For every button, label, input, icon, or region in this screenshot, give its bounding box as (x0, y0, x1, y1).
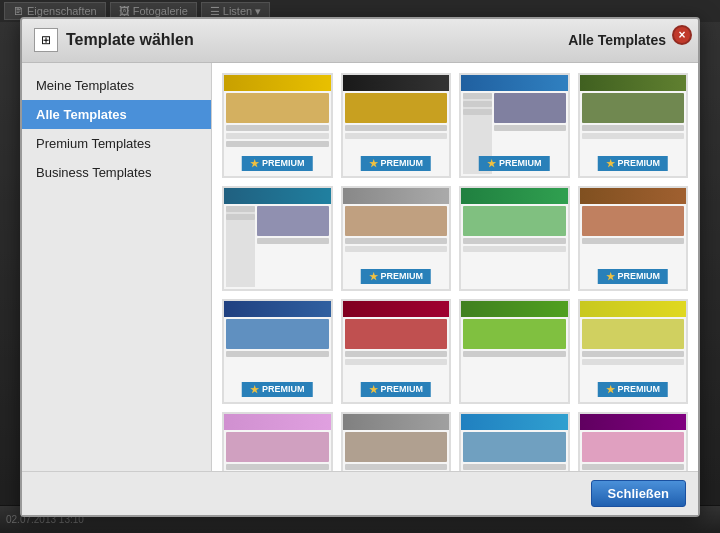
premium-badge-9: ★ PREMIUM (242, 382, 313, 397)
template-card-7[interactable] (459, 186, 570, 291)
template-card-10[interactable]: ★ PREMIUM (341, 299, 452, 404)
template-card-4[interactable]: ★ PREMIUM (578, 73, 689, 178)
modal-overlay: ⊞ Template wählen Alle Templates × Meine… (0, 0, 720, 533)
template-modal: ⊞ Template wählen Alle Templates × Meine… (20, 17, 700, 517)
template-card-6[interactable]: ★ PREMIUM (341, 186, 452, 291)
modal-title-left: ⊞ Template wählen (34, 28, 194, 52)
sidebar-item-business[interactable]: Business Templates (22, 158, 211, 187)
premium-badge-6: ★ PREMIUM (361, 269, 432, 284)
template-grid-container[interactable]: ★ PREMIUM (212, 63, 698, 471)
template-thumb-11 (461, 301, 568, 402)
premium-badge-4: ★ PREMIUM (598, 156, 669, 171)
modal-body: Meine Templates Alle Templates Premium T… (22, 63, 698, 471)
template-thumb-16 (580, 414, 687, 471)
sidebar-item-meine[interactable]: Meine Templates (22, 71, 211, 100)
template-card-9[interactable]: ★ PREMIUM (222, 299, 333, 404)
template-card-3[interactable]: ★ PREMIUM (459, 73, 570, 178)
modal-icon: ⊞ (34, 28, 58, 52)
template-card-12[interactable]: ★ PREMIUM (578, 299, 689, 404)
template-card-13[interactable] (222, 412, 333, 471)
premium-badge-8: ★ PREMIUM (598, 269, 669, 284)
template-grid: ★ PREMIUM (222, 73, 688, 471)
template-thumb-15 (461, 414, 568, 471)
modal-header: ⊞ Template wählen Alle Templates × (22, 19, 698, 63)
template-card-14[interactable] (341, 412, 452, 471)
template-card-8[interactable]: ★ PREMIUM (578, 186, 689, 291)
sidebar-item-alle[interactable]: Alle Templates (22, 100, 211, 129)
modal-title-right: Alle Templates (568, 32, 666, 48)
modal-footer: Schließen (22, 471, 698, 515)
premium-badge-2: ★ PREMIUM (361, 156, 432, 171)
premium-badge-3: ★ PREMIUM (479, 156, 550, 171)
template-card-2[interactable]: ★ PREMIUM (341, 73, 452, 178)
close-button[interactable]: Schließen (591, 480, 686, 507)
template-card-16[interactable] (578, 412, 689, 471)
modal-title: Template wählen (66, 31, 194, 49)
close-icon[interactable]: × (672, 25, 692, 45)
premium-badge-12: ★ PREMIUM (598, 382, 669, 397)
template-thumb-13 (224, 414, 331, 471)
template-thumb-5 (224, 188, 331, 289)
sidebar-item-premium[interactable]: Premium Templates (22, 129, 211, 158)
premium-badge-1: ★ PREMIUM (242, 156, 313, 171)
template-card-1[interactable]: ★ PREMIUM (222, 73, 333, 178)
sidebar: Meine Templates Alle Templates Premium T… (22, 63, 212, 471)
template-thumb-7 (461, 188, 568, 289)
template-card-5[interactable] (222, 186, 333, 291)
premium-badge-10: ★ PREMIUM (361, 382, 432, 397)
template-card-15[interactable] (459, 412, 570, 471)
template-thumb-14 (343, 414, 450, 471)
template-card-11[interactable] (459, 299, 570, 404)
